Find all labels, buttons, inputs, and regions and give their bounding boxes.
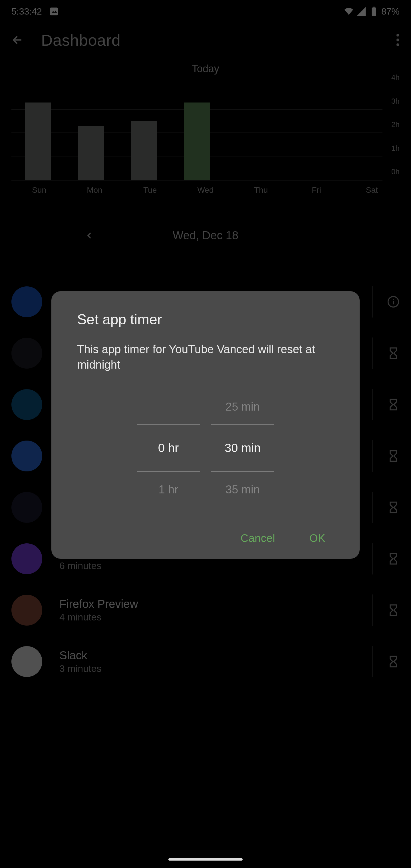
hour-current: 0 hr — [137, 424, 200, 472]
hour-above — [137, 390, 200, 424]
minute-current: 30 min — [211, 424, 274, 472]
cancel-button[interactable]: Cancel — [241, 532, 275, 545]
hour-picker[interactable]: 0 hr 1 hr — [137, 390, 200, 506]
dialog-title: Set app timer — [77, 311, 334, 328]
set-app-timer-dialog: Set app timer This app timer for YouTube… — [51, 291, 360, 559]
minute-below: 35 min — [211, 472, 274, 506]
ok-button[interactable]: OK — [309, 532, 325, 545]
dialog-subtitle: This app timer for YouTube Vanced will r… — [77, 341, 334, 372]
minute-above: 25 min — [211, 390, 274, 424]
gesture-nav-pill[interactable] — [168, 858, 243, 861]
minute-picker[interactable]: 25 min 30 min 35 min — [211, 390, 274, 506]
hour-below: 1 hr — [137, 472, 200, 506]
